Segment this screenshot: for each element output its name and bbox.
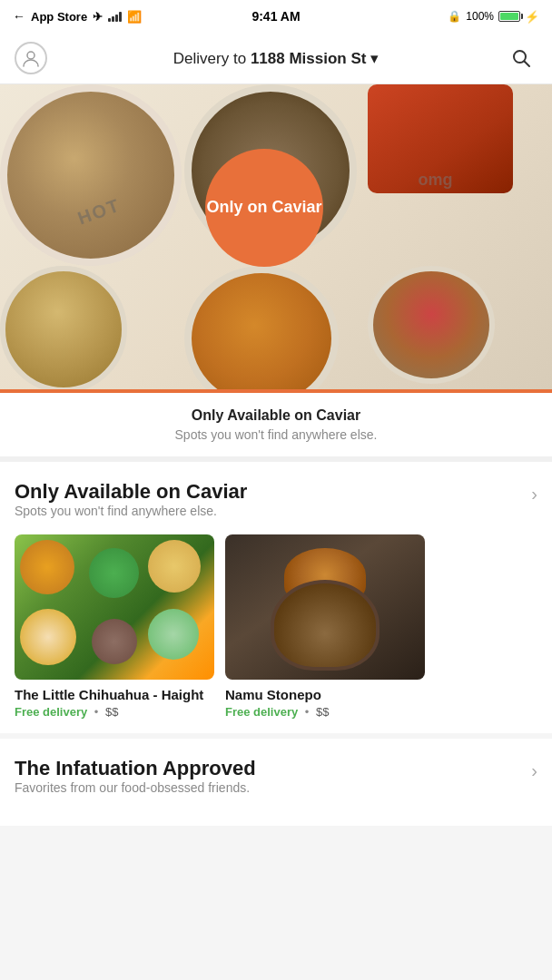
status-time: 9:41 AM [251,9,300,24]
carrier-label: App Store [31,10,87,24]
section-subtitle: Spots you won't find anywhere else. [15,504,247,518]
namu-food-image [225,534,425,680]
price-range-2: $$ [316,705,329,719]
hero-banner[interactable]: HOT omg Only on Caviar [0,84,552,393]
infatuation-subtitle: Favorites from our food-obsessed friends… [15,780,256,795]
nav-header: Delivery to 1188 Mission St ▾ [0,33,552,84]
hero-caption-title: Only Available on Caviar [15,407,537,424]
wifi-icon: 📶 [127,10,142,24]
omg-badge: omg [419,171,453,190]
progress-indicator [0,389,552,393]
restaurant-card-namu[interactable]: Namu Stonepo Free delivery • $$ [225,534,425,719]
charging-icon: ⚡ [525,10,539,24]
status-bar: ← App Store ✈ 📶 9:41 AM 🔒 100% ⚡ [0,0,552,33]
separator-dot-2: • [305,705,310,719]
food-bowl-salad [368,266,495,384]
food-bowl-curry [184,266,339,393]
battery-icon [498,11,520,22]
signal-bars [108,11,122,22]
infatuation-chevron-icon[interactable]: › [531,760,537,781]
address-text: 1188 Mission St [251,50,367,67]
battery-percent: 100% [466,10,494,23]
card-name-chihuahua: The Little Chihuahua - Haight [15,687,214,702]
infatuation-title: The Infatuation Approved [15,757,256,780]
free-delivery-label-2: Free delivery [225,705,298,719]
svg-point-0 [27,52,34,59]
separator-dot-1: • [94,705,99,719]
avatar-button[interactable] [15,42,47,74]
chihuahua-food-image [15,534,214,680]
infatuation-header: The Infatuation Approved Favorites from … [15,757,537,808]
restaurant-card-chihuahua[interactable]: The Little Chihuahua - Haight Free deliv… [15,534,214,719]
status-right: 🔒 100% ⚡ [448,10,539,24]
hero-image: HOT omg Only on Caviar [0,84,552,393]
delivery-label: Delivery to [173,50,246,67]
chevron-down-icon: ▾ [370,50,379,67]
card-name-namu: Namu Stonepo [225,687,425,702]
card-image-chihuahua [15,534,214,680]
hero-caption: Only Available on Caviar Spots you won't… [0,393,552,462]
status-left: ← App Store ✈ 📶 [13,9,142,24]
card-meta-chihuahua: Free delivery • $$ [15,705,214,719]
price-range-1: $$ [105,705,118,719]
only-caviar-section: Only Available on Caviar Spots you won't… [0,462,552,733]
back-arrow-icon[interactable]: ← [13,9,25,24]
svg-line-2 [525,62,530,67]
airplane-icon: ✈ [93,10,103,24]
restaurant-cards-row: The Little Chihuahua - Haight Free deliv… [15,534,537,719]
search-button[interactable] [505,42,537,74]
section-title: Only Available on Caviar [15,480,247,504]
lock-icon: 🔒 [448,10,461,23]
hero-caption-subtitle: Spots you won't find anywhere else. [15,427,537,442]
food-bowl-ramen [0,84,182,266]
infatuation-section: The Infatuation Approved Favorites from … [0,739,552,826]
card-meta-namu: Free delivery • $$ [225,705,425,719]
free-delivery-label-1: Free delivery [15,705,87,719]
namu-bowl-shape [271,580,380,671]
only-on-caviar-badge: Only on Caviar [205,149,323,267]
food-bowl-noodles [0,266,127,393]
section-chevron-icon[interactable]: › [531,484,537,505]
section-header: Only Available on Caviar Spots you won't… [15,480,537,531]
card-image-namu [225,534,425,680]
delivery-address[interactable]: Delivery to 1188 Mission St ▾ [173,49,379,68]
